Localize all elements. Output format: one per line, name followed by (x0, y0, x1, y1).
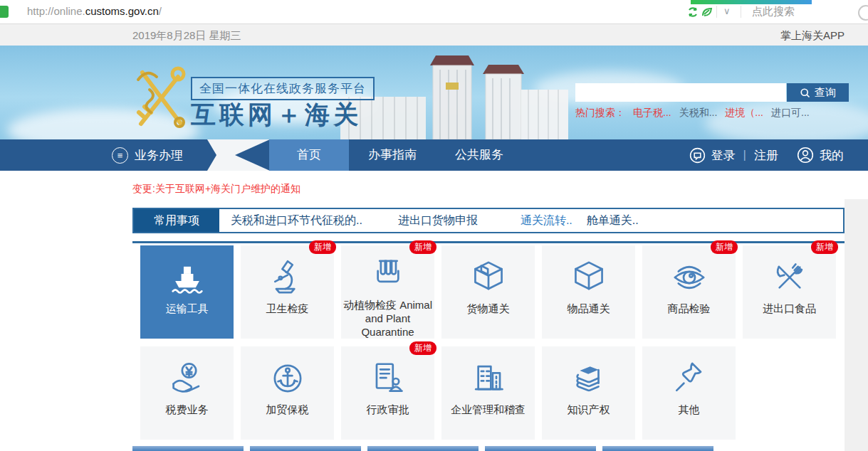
hot-search-label: 热门搜索： (575, 107, 625, 120)
url-suffix: / (159, 5, 162, 17)
new-badge: 新增 (711, 240, 738, 254)
platform-badge: 全国一体化在线政务服务平台 (191, 77, 375, 100)
toolbar-divider (716, 6, 717, 18)
login-link[interactable]: 登录 (711, 147, 736, 164)
service-tile[interactable]: 货物通关 (441, 245, 535, 339)
url-prefix: http://online. (27, 5, 85, 17)
service-tile[interactable]: 物品通关 (542, 245, 635, 339)
service-tile[interactable]: 运输工具 (140, 245, 234, 339)
category-tab-bar: 常用事项关税和进口环节代征税的..进出口货物申报通关流转..舱单通关.. (132, 208, 845, 233)
leaf-extension-icon[interactable] (701, 6, 713, 18)
customs-portal-page: http://online.customs.gov.cn/ ∨ 点此搜索 201… (0, 0, 868, 451)
service-tile[interactable]: 卫生检疫新增 (241, 245, 334, 339)
cube-icon (570, 245, 608, 297)
bottom-card-top[interactable] (132, 446, 244, 451)
message-bubble-icon[interactable] (689, 147, 706, 164)
new-badge: 新增 (309, 240, 336, 254)
refresh-extension-icon[interactable] (687, 6, 699, 18)
service-tile[interactable]: 企业管理和稽查 (441, 346, 535, 440)
browser-corner-icon[interactable] (858, 5, 868, 21)
bottom-card-top[interactable] (367, 446, 479, 451)
user-profile-icon[interactable] (797, 147, 814, 164)
lower-section-card-tops (132, 446, 713, 451)
cutlery-icon (770, 245, 809, 297)
ribbon-point-right (207, 139, 216, 171)
tab-home[interactable]: 首页 (269, 139, 349, 171)
bottom-card-top[interactable] (602, 446, 713, 451)
category-tab[interactable]: 舱单通关.. (587, 213, 639, 228)
service-tile[interactable]: 税费业务 (140, 346, 234, 440)
test-tubes-icon (369, 245, 407, 293)
category-tab-active[interactable]: 常用事项 (134, 209, 219, 232)
url-field[interactable]: http://online.customs.gov.cn/ (27, 5, 162, 17)
toolbar-divider (741, 6, 741, 18)
browser-tab-accent-strip (691, 0, 812, 4)
hot-search-item[interactable]: 进口可... (771, 107, 810, 120)
hot-search-item[interactable]: 关税和... (679, 107, 718, 120)
mobile-app-link[interactable]: 掌上海关APP (780, 29, 845, 43)
ribbon-point-left (235, 139, 270, 171)
category-tab[interactable]: 进出口货物申报 (398, 213, 478, 228)
service-tile[interactable]: 知识产权 (542, 346, 635, 440)
service-tile-label: 动植物检疫 Animal and Plant Quarantine (341, 298, 434, 339)
browser-extension-icon[interactable] (0, 6, 9, 18)
service-tile-label: 其他 (677, 403, 701, 416)
package-icon (469, 245, 508, 297)
service-tile[interactable]: 行政审批新增 (341, 346, 434, 440)
site-header: 全国一体化在线政务服务平台 互联网＋海关 查询 热门搜索： 电子税...关税和.… (0, 46, 868, 139)
bottom-card-top[interactable] (250, 446, 361, 451)
buildings-icon (469, 346, 508, 398)
url-domain: customs.gov.cn (85, 5, 159, 17)
nav-tabs: 首页 办事指南 公共服务 (269, 139, 523, 171)
microscope-icon (268, 245, 307, 297)
service-tile[interactable]: 加贸保税 (241, 346, 334, 440)
service-tile[interactable]: 其他 (642, 346, 736, 440)
service-tile-row: 运输工具卫生检疫新增动植物检疫 Animal and Plant Quarant… (140, 245, 845, 339)
service-tile-label: 加贸保税 (265, 403, 310, 416)
service-tile[interactable]: 进出口食品新增 (743, 245, 836, 339)
maintenance-notice-link[interactable]: 变更:关于互联网+海关门户维护的通知 (132, 183, 300, 196)
current-date: 2019年8月28日 星期三 (132, 29, 241, 43)
tab-guide[interactable]: 办事指南 (349, 139, 436, 171)
service-tile-label: 货物通关 (466, 302, 511, 315)
service-tile-label: 运输工具 (164, 302, 210, 315)
hot-search-item[interactable]: 进境（... (725, 107, 763, 120)
ship-icon (168, 245, 206, 297)
category-tab[interactable]: 通关流转.. (521, 213, 572, 228)
date-bar: 2019年8月28日 星期三 掌上海关APP (0, 24, 868, 46)
my-account-link[interactable]: 我的 (820, 147, 844, 164)
new-badge: 新增 (409, 240, 436, 254)
service-tile-label: 企业管理和稽查 (449, 403, 527, 416)
service-tile-label: 商品检验 (666, 302, 712, 315)
service-tile-row: 税费业务加贸保税行政审批新增企业管理和稽查知识产权其他 (140, 346, 845, 440)
main-navigation: ≡ 业务办理 首页 办事指南 公共服务 登录 | 注册 我的 (0, 139, 868, 171)
business-menu-label: 业务办理 (135, 147, 183, 164)
register-link[interactable]: 注册 (754, 147, 778, 164)
search-button-label: 查询 (815, 86, 836, 100)
service-tile-label: 进出口食品 (761, 302, 817, 315)
pushpin-icon (670, 346, 708, 398)
section-top-border (132, 241, 845, 243)
new-badge: 新增 (409, 341, 436, 355)
service-tile-label: 行政审批 (365, 403, 411, 416)
tab-public-service[interactable]: 公共服务 (436, 139, 523, 171)
login-register-divider: | (743, 148, 746, 162)
service-tile[interactable]: 商品检验新增 (642, 245, 736, 339)
bottom-card-top[interactable] (485, 446, 596, 451)
search-button[interactable]: 查询 (787, 83, 849, 102)
anchor-icon (268, 346, 307, 398)
eye-icon (670, 245, 708, 297)
service-tile-label: 税费业务 (164, 403, 210, 416)
category-tab[interactable]: 关税和进口环节代征税的.. (231, 213, 362, 228)
search-icon (800, 87, 810, 98)
browser-address-bar: http://online.customs.gov.cn/ ∨ 点此搜索 (0, 0, 868, 24)
hamburger-menu-icon: ≡ (112, 147, 128, 164)
service-tile-grid: 运输工具卫生检疫新增动植物检疫 Animal and Plant Quarant… (140, 245, 845, 447)
browser-search-hint[interactable]: 点此搜索 (752, 5, 795, 18)
hot-search-item[interactable]: 电子税... (633, 107, 671, 120)
business-menu-button[interactable]: ≡ 业务办理 (112, 139, 183, 171)
chevron-down-icon[interactable]: ∨ (723, 6, 731, 16)
service-tile[interactable]: 动植物检疫 Animal and Plant Quarantine新增 (341, 245, 434, 339)
site-search-input[interactable] (575, 83, 786, 102)
books-icon (570, 346, 608, 398)
